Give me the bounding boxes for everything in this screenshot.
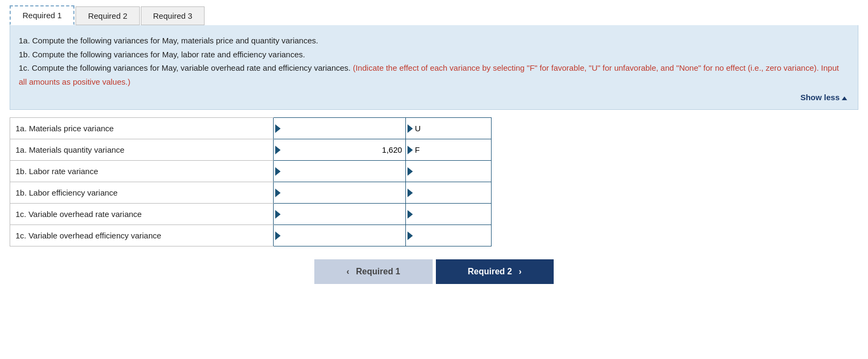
- info-box: 1a. Compute the following variances for …: [10, 25, 858, 110]
- next-button-label: Required 2: [468, 267, 512, 276]
- row-label: 1c. Variable overhead rate variance: [10, 204, 274, 225]
- tab-required2[interactable]: Required 2: [76, 6, 139, 25]
- info-line2: 1b. Compute the following variances for …: [19, 48, 847, 62]
- tab-required1[interactable]: Required 1: [10, 5, 74, 25]
- cell-arrow-icon: [275, 189, 281, 197]
- info-line1: 1a. Compute the following variances for …: [19, 34, 847, 48]
- effect-select[interactable]: FUNone: [413, 122, 491, 135]
- show-less-link[interactable]: Show less: [19, 93, 847, 102]
- info-line3: 1c. Compute the following variances for …: [19, 61, 847, 88]
- cell-arrow-left-icon: [407, 146, 413, 154]
- value-input[interactable]: [281, 182, 405, 203]
- row-label: 1a. Materials price variance: [10, 118, 274, 139]
- arrow-up-icon: [842, 96, 847, 100]
- cell-arrow-left-icon: [407, 210, 413, 219]
- cell-arrow-left-icon: [407, 124, 413, 133]
- cell-arrow-icon: [275, 146, 281, 154]
- effect-select[interactable]: FUNone: [413, 229, 491, 242]
- info-line3-black: 1c. Compute the following variances for …: [19, 63, 351, 72]
- table-row: 1b. Labor efficiency varianceFUNone: [10, 182, 492, 204]
- page-wrapper: Required 1 Required 2 Required 3 1a. Com…: [0, 0, 868, 295]
- next-button[interactable]: Required 2 ›: [436, 259, 554, 284]
- row-select-cell[interactable]: FUNone: [405, 161, 491, 182]
- effect-select[interactable]: FUNone: [413, 207, 491, 221]
- row-value-cell[interactable]: [273, 182, 405, 204]
- row-label: 1b. Labor rate variance: [10, 161, 274, 182]
- row-select-cell[interactable]: FUNone: [405, 118, 491, 139]
- row-select-cell[interactable]: FUNone: [405, 182, 491, 204]
- row-value-cell[interactable]: [273, 118, 405, 139]
- value-input[interactable]: [281, 225, 405, 246]
- tabs-row: Required 1 Required 2 Required 3: [10, 5, 858, 25]
- cell-arrow-icon: [275, 167, 281, 176]
- bottom-nav: ‹ Required 1 Required 2 ›: [10, 259, 858, 284]
- cell-arrow-left-icon: [407, 189, 413, 197]
- row-label: 1b. Labor efficiency variance: [10, 182, 274, 204]
- table-row: 1c. Variable overhead efficiency varianc…: [10, 225, 492, 246]
- cell-arrow-icon: [275, 210, 281, 219]
- row-select-cell[interactable]: FUNone: [405, 225, 491, 246]
- value-input[interactable]: [281, 139, 405, 160]
- value-input[interactable]: [281, 204, 405, 225]
- row-select-cell[interactable]: FUNone: [405, 139, 491, 161]
- cell-arrow-left-icon: [407, 167, 413, 176]
- cell-arrow-left-icon: [407, 231, 413, 240]
- row-value-cell[interactable]: [273, 204, 405, 225]
- table-row: 1a. Materials quantity varianceFUNone: [10, 139, 492, 161]
- cell-arrow-icon: [275, 124, 281, 133]
- chevron-right-icon: ›: [519, 267, 522, 276]
- table-row: 1b. Labor rate varianceFUNone: [10, 161, 492, 182]
- table-row: 1c. Variable overhead rate varianceFUNon…: [10, 204, 492, 225]
- variance-table: 1a. Materials price varianceFUNone1a. Ma…: [10, 117, 492, 246]
- prev-button-label: Required 1: [356, 267, 401, 276]
- effect-select[interactable]: FUNone: [413, 143, 491, 156]
- prev-button[interactable]: ‹ Required 1: [314, 259, 432, 284]
- value-input[interactable]: [281, 161, 405, 182]
- row-value-cell[interactable]: [273, 139, 405, 161]
- row-label: 1a. Materials quantity variance: [10, 139, 274, 161]
- tab-required3[interactable]: Required 3: [141, 6, 205, 25]
- row-label: 1c. Variable overhead efficiency varianc…: [10, 225, 274, 246]
- row-select-cell[interactable]: FUNone: [405, 204, 491, 225]
- effect-select[interactable]: FUNone: [413, 164, 491, 178]
- table-row: 1a. Materials price varianceFUNone: [10, 118, 492, 139]
- value-input[interactable]: [281, 118, 405, 139]
- cell-arrow-icon: [275, 231, 281, 240]
- effect-select[interactable]: FUNone: [413, 186, 491, 199]
- row-value-cell[interactable]: [273, 161, 405, 182]
- chevron-left-icon: ‹: [346, 267, 349, 276]
- row-value-cell[interactable]: [273, 225, 405, 246]
- show-less-label: Show less: [801, 93, 840, 102]
